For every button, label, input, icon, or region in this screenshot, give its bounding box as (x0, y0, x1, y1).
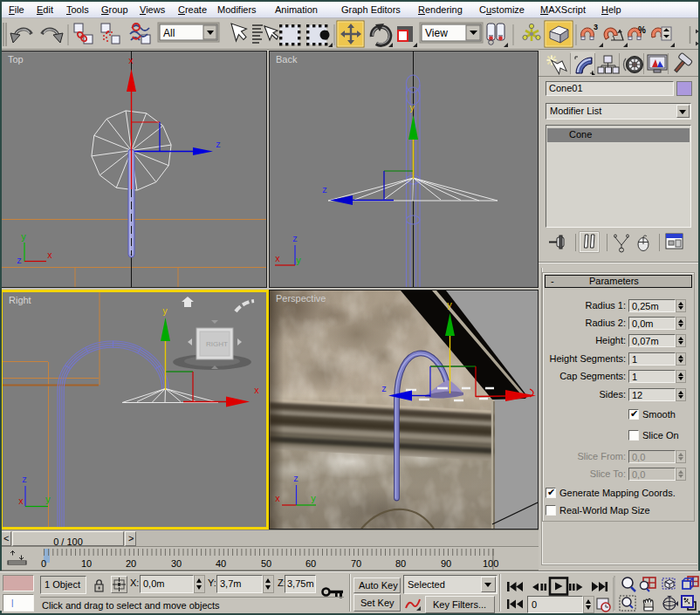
svg-text:y: y (311, 495, 316, 504)
svg-text:10: 10 (81, 558, 92, 569)
svg-text:0: 0 (41, 558, 46, 569)
svg-text:30: 30 (171, 558, 182, 569)
svg-text:z: z (381, 385, 387, 394)
svg-text:3: 3 (594, 23, 598, 31)
svg-text:y: y (21, 233, 26, 243)
svg-text:50: 50 (261, 558, 271, 569)
svg-text:100: 100 (483, 558, 498, 569)
svg-text:y: y (296, 256, 301, 266)
svg-text:z: z (322, 186, 327, 195)
svg-text:80: 80 (395, 558, 406, 569)
svg-text:x: x (128, 57, 134, 66)
svg-text:z: z (292, 235, 298, 244)
svg-text:y: y (447, 301, 452, 311)
svg-text:x: x (47, 251, 52, 261)
svg-text:y: y (409, 104, 415, 113)
svg-text:All: All (163, 27, 175, 39)
svg-text:x: x (275, 255, 280, 264)
svg-text:x: x (254, 386, 259, 396)
svg-text:%: % (638, 25, 646, 35)
svg-text:40: 40 (216, 558, 226, 569)
svg-text:z: z (17, 256, 22, 266)
svg-text:x: x (275, 495, 280, 504)
svg-text:View: View (425, 27, 448, 39)
svg-text:90: 90 (441, 558, 451, 569)
svg-text:y: y (45, 495, 51, 505)
svg-text:60: 60 (305, 558, 316, 569)
svg-text:z: z (216, 140, 221, 150)
svg-text:20: 20 (126, 558, 136, 569)
svg-text:z: z (22, 475, 27, 485)
svg-text:x: x (18, 497, 24, 507)
svg-text:RIGHT: RIGHT (206, 340, 228, 348)
svg-text:y: y (162, 307, 168, 317)
svg-text:70: 70 (351, 558, 361, 569)
svg-text:z: z (293, 475, 299, 484)
